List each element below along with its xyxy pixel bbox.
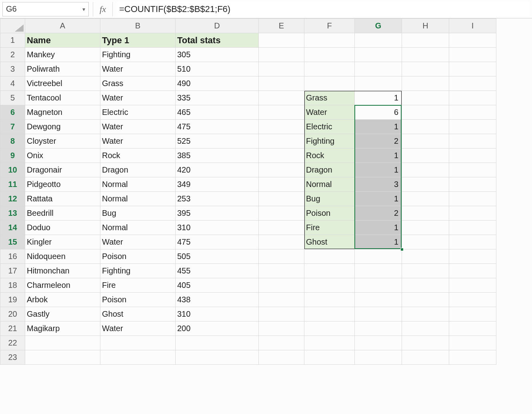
cell-E19[interactable] — [259, 293, 304, 307]
cell-B22[interactable] — [100, 336, 176, 350]
cell-B5[interactable]: Water — [100, 91, 176, 105]
row-head-3[interactable]: 3 — [0, 62, 25, 76]
cell-G5[interactable]: 1 — [355, 91, 402, 105]
cell-G22[interactable] — [355, 336, 402, 350]
cell-E20[interactable] — [259, 307, 304, 322]
cell-D23[interactable] — [176, 350, 259, 365]
cell-B11[interactable]: Normal — [100, 177, 176, 192]
cell-G14[interactable]: 1 — [355, 221, 402, 235]
cell-E8[interactable] — [259, 134, 304, 149]
cell-H16[interactable] — [402, 249, 449, 264]
cell-E21[interactable] — [259, 322, 304, 336]
cell-H23[interactable] — [402, 350, 449, 365]
row-head-8[interactable]: 8 — [0, 134, 25, 149]
cell-D17[interactable]: 455 — [176, 264, 259, 278]
cell-H4[interactable] — [402, 76, 449, 91]
cell-B16[interactable]: Poison — [100, 249, 176, 264]
cell-G20[interactable] — [355, 307, 402, 322]
cell-A1[interactable]: Name — [25, 33, 100, 48]
cell-H7[interactable] — [402, 120, 449, 134]
cell-I7[interactable] — [449, 120, 496, 134]
cell-I13[interactable] — [449, 206, 496, 221]
row-head-20[interactable]: 20 — [0, 307, 25, 322]
cell-E13[interactable] — [259, 206, 304, 221]
fx-label[interactable]: fx — [93, 2, 113, 16]
cell-G23[interactable] — [355, 350, 402, 365]
cell-G2[interactable] — [355, 48, 402, 62]
row-head-1[interactable]: 1 — [0, 33, 25, 48]
cell-H2[interactable] — [402, 48, 449, 62]
cell-F7[interactable]: Electric — [304, 120, 355, 134]
cell-H18[interactable] — [402, 278, 449, 293]
cell-D14[interactable]: 310 — [176, 221, 259, 235]
cell-F19[interactable] — [304, 293, 355, 307]
cell-A10[interactable]: Dragonair — [25, 163, 100, 177]
cell-F8[interactable]: Fighting — [304, 134, 355, 149]
cell-A9[interactable]: Onix — [25, 149, 100, 163]
row-head-16[interactable]: 16 — [0, 249, 25, 264]
cell-A2[interactable]: Mankey — [25, 48, 100, 62]
cell-I15[interactable] — [449, 235, 496, 249]
cell-F18[interactable] — [304, 278, 355, 293]
col-head-I[interactable]: I — [449, 19, 496, 33]
cell-B7[interactable]: Water — [100, 120, 176, 134]
cell-I8[interactable] — [449, 134, 496, 149]
row-head-13[interactable]: 13 — [0, 206, 25, 221]
cell-I23[interactable] — [449, 350, 496, 365]
cell-B15[interactable]: Water — [100, 235, 176, 249]
cell-D15[interactable]: 475 — [176, 235, 259, 249]
cell-D2[interactable]: 305 — [176, 48, 259, 62]
cell-F17[interactable] — [304, 264, 355, 278]
cell-A23[interactable] — [25, 350, 100, 365]
cell-B3[interactable]: Water — [100, 62, 176, 76]
col-head-E[interactable]: E — [259, 19, 304, 33]
cell-F14[interactable]: Fire — [304, 221, 355, 235]
cell-F6[interactable]: Water — [304, 105, 355, 120]
cell-E9[interactable] — [259, 149, 304, 163]
row-head-23[interactable]: 23 — [0, 350, 25, 365]
cell-G4[interactable] — [355, 76, 402, 91]
cell-D10[interactable]: 420 — [176, 163, 259, 177]
cell-A13[interactable]: Beedrill — [25, 206, 100, 221]
row-head-10[interactable]: 10 — [0, 163, 25, 177]
cell-D3[interactable]: 510 — [176, 62, 259, 76]
cell-E11[interactable] — [259, 177, 304, 192]
cell-I4[interactable] — [449, 76, 496, 91]
cell-F23[interactable] — [304, 350, 355, 365]
cell-H1[interactable] — [402, 33, 449, 48]
row-head-7[interactable]: 7 — [0, 120, 25, 134]
col-head-D[interactable]: D — [176, 19, 259, 33]
cell-A15[interactable]: Kingler — [25, 235, 100, 249]
select-all-corner[interactable] — [0, 19, 25, 33]
cell-A8[interactable]: Cloyster — [25, 134, 100, 149]
cell-H9[interactable] — [402, 149, 449, 163]
cell-G6[interactable]: 6 — [355, 105, 402, 120]
cell-H17[interactable] — [402, 264, 449, 278]
cell-E3[interactable] — [259, 62, 304, 76]
cell-F4[interactable] — [304, 76, 355, 91]
cell-F16[interactable] — [304, 249, 355, 264]
cell-I18[interactable] — [449, 278, 496, 293]
cell-H5[interactable] — [402, 91, 449, 105]
col-head-G[interactable]: G — [355, 19, 402, 33]
col-head-B[interactable]: B — [100, 19, 176, 33]
cell-B18[interactable]: Fire — [100, 278, 176, 293]
cell-E12[interactable] — [259, 192, 304, 206]
row-head-21[interactable]: 21 — [0, 322, 25, 336]
cell-D8[interactable]: 525 — [176, 134, 259, 149]
cell-F11[interactable]: Normal — [304, 177, 355, 192]
cell-E16[interactable] — [259, 249, 304, 264]
cell-D6[interactable]: 465 — [176, 105, 259, 120]
cell-G13[interactable]: 2 — [355, 206, 402, 221]
cell-H19[interactable] — [402, 293, 449, 307]
cell-H8[interactable] — [402, 134, 449, 149]
cell-E4[interactable] — [259, 76, 304, 91]
cell-G1[interactable] — [355, 33, 402, 48]
cell-E14[interactable] — [259, 221, 304, 235]
row-head-19[interactable]: 19 — [0, 293, 25, 307]
cell-B21[interactable]: Water — [100, 322, 176, 336]
cell-A11[interactable]: Pidgeotto — [25, 177, 100, 192]
cell-I14[interactable] — [449, 221, 496, 235]
cell-G9[interactable]: 1 — [355, 149, 402, 163]
cell-F15[interactable]: Ghost — [304, 235, 355, 249]
